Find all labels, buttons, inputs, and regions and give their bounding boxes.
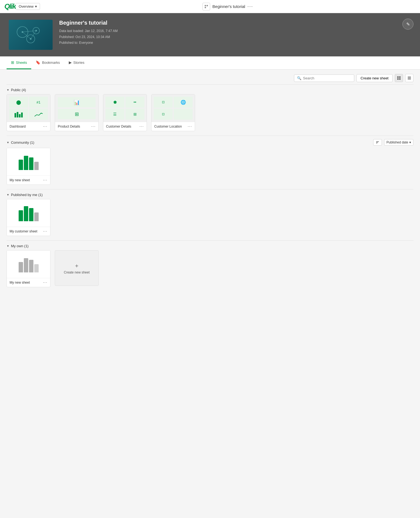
- location-title: Customer Location: [154, 125, 182, 128]
- my-new-sheet-footer: My new sheet ···: [7, 175, 50, 185]
- community-section-label: Community (1): [11, 140, 34, 145]
- community-section-header[interactable]: ▼ Community (1) Published date ▾: [7, 136, 413, 148]
- my-new-sheet-title: My new sheet: [10, 178, 30, 182]
- svg-line-6: [22, 31, 36, 32]
- search-input[interactable]: [303, 76, 351, 80]
- hero-info: Beginner's tutorial Data last loaded: Ja…: [59, 20, 118, 46]
- community-sheets-grid: My new sheet ···: [7, 148, 413, 189]
- svg-rect-15: [399, 78, 401, 80]
- my-own-section-label: My own (1): [11, 244, 28, 248]
- svg-rect-12: [397, 76, 399, 78]
- svg-rect-19: [15, 113, 16, 117]
- top-nav: Qlik Overview ▾ Beginner's tutorial ···: [0, 0, 420, 13]
- customer-thumbnail: ⬟ •• ☰ ⊞: [103, 94, 147, 122]
- my-own-thumbnail: [7, 251, 50, 278]
- search-box[interactable]: 🔍: [294, 74, 354, 82]
- svg-rect-18: [408, 79, 411, 79]
- my-own-sheets-grid: My new sheet ··· ＋ Create new sheet: [7, 250, 413, 292]
- customer-more-button[interactable]: ···: [139, 124, 144, 129]
- overview-label: Overview: [19, 4, 33, 8]
- customer-card-footer: Customer Details ···: [103, 122, 147, 131]
- svg-point-10: [35, 30, 37, 31]
- sheet-card-my-customer[interactable]: My customer sheet ···: [7, 199, 50, 236]
- app-more-button[interactable]: ···: [247, 4, 253, 9]
- svg-rect-20: [17, 112, 18, 117]
- tab-sheets[interactable]: ⊞ Sheets: [7, 56, 31, 69]
- sheet-card-product[interactable]: 📊 ⊞ Product Details ···: [55, 94, 99, 131]
- edit-button[interactable]: ✎: [402, 19, 413, 30]
- sheet-card-my-new[interactable]: My new sheet ···: [7, 148, 50, 185]
- public-section-label: Public (4): [11, 88, 26, 92]
- chevron-down-icon: ▾: [35, 4, 37, 8]
- list-view-button[interactable]: [405, 74, 413, 82]
- svg-rect-1: [207, 5, 208, 6]
- sheet-card-my-own-new[interactable]: My new sheet ···: [7, 250, 50, 287]
- my-own-new-sheet-footer: My new sheet ···: [7, 278, 50, 287]
- sheets-icon: ⊞: [11, 60, 14, 65]
- public-sheets-grid: ⬤ #1 Dashboard ···: [7, 94, 413, 136]
- tab-stories[interactable]: ▶ Stories: [64, 56, 89, 69]
- thumb-cell-3: [9, 109, 28, 120]
- public-chevron-icon: ▼: [7, 88, 9, 91]
- content-area: 🔍 Create new sheet ▼ Public (4) ⬤ #1: [0, 70, 420, 303]
- my-new-sheet-thumbnail: [7, 148, 50, 175]
- dashboard-card-footer: Dashboard ···: [7, 122, 50, 131]
- tab-bookmarks[interactable]: 🔖 Bookmarks: [31, 56, 64, 69]
- product-thumbnail: 📊 ⊞: [55, 94, 98, 122]
- thumb-cell-2: #1: [29, 97, 48, 108]
- product-title: Product Details: [58, 125, 80, 128]
- product-card-footer: Product Details ···: [55, 122, 98, 131]
- sort-button[interactable]: [373, 139, 382, 146]
- location-more-button[interactable]: ···: [188, 124, 192, 129]
- sort-chevron-icon: ▾: [409, 140, 411, 144]
- my-new-sheet-more-button[interactable]: ···: [43, 178, 47, 182]
- app-icon: [202, 3, 210, 10]
- sheet-card-customer[interactable]: ⬟ •• ☰ ⊞ Customer Details ···: [103, 94, 147, 131]
- create-new-sheet-button[interactable]: Create new sheet: [356, 74, 393, 82]
- sort-label: Published date: [387, 140, 408, 144]
- my-own-new-sheet-more-button[interactable]: ···: [43, 280, 47, 285]
- stories-icon: ▶: [69, 60, 72, 65]
- sheet-card-dashboard[interactable]: ⬤ #1 Dashboard ···: [7, 94, 50, 131]
- bookmarks-icon: 🔖: [36, 60, 40, 65]
- my-customer-sheet-footer: My customer sheet ···: [7, 227, 50, 236]
- svg-point-9: [22, 31, 23, 33]
- svg-point-11: [30, 38, 32, 40]
- my-customer-sheet-more-button[interactable]: ···: [43, 229, 47, 234]
- svg-rect-22: [21, 113, 23, 117]
- nav-center: Beginner's tutorial ···: [40, 3, 416, 10]
- published-chevron-icon: ▼: [7, 193, 9, 196]
- hero-thumbnail: [9, 20, 53, 50]
- hero-title: Beginner's tutorial: [59, 20, 118, 26]
- published-date: Published: Oct 23, 2024, 10:34 AM: [59, 34, 118, 40]
- svg-rect-0: [205, 5, 206, 6]
- sheet-card-location[interactable]: ⊡ 🌐 ⊡ Customer Location ···: [151, 94, 195, 131]
- dashboard-title: Dashboard: [10, 125, 26, 128]
- create-new-sheet-label: Create new sheet: [64, 270, 90, 274]
- my-customer-thumbnail: [7, 199, 50, 227]
- location-thumbnail: ⊡ 🌐 ⊡: [152, 94, 195, 122]
- my-own-section-header[interactable]: ▼ My own (1): [7, 240, 413, 250]
- dashboard-thumbnail: ⬤ #1: [7, 94, 50, 122]
- public-section-header[interactable]: ▼ Public (4): [7, 84, 413, 94]
- svg-rect-14: [397, 78, 399, 80]
- hero-section: Beginner's tutorial Data last loaded: Ja…: [0, 13, 420, 56]
- grid-view-button[interactable]: [395, 74, 403, 82]
- app-title: Beginner's tutorial: [212, 4, 245, 9]
- dashboard-more-button[interactable]: ···: [43, 124, 47, 129]
- location-card-footer: Customer Location ···: [152, 122, 195, 131]
- published-date-dropdown[interactable]: Published date ▾: [384, 139, 413, 146]
- create-new-sheet-card[interactable]: ＋ Create new sheet: [55, 250, 99, 286]
- toolbar-row: 🔍 Create new sheet: [7, 70, 413, 84]
- published-by-me-section-header[interactable]: ▼ Published by me (1): [7, 189, 413, 199]
- plus-icon: ＋: [74, 262, 79, 269]
- svg-rect-17: [408, 78, 411, 78]
- community-actions: Published date ▾: [373, 139, 413, 146]
- overview-dropdown[interactable]: Overview ▾: [16, 3, 40, 10]
- tabs-bar: ⊞ Sheets 🔖 Bookmarks ▶ Stories: [0, 56, 420, 70]
- community-chevron-icon: ▼: [7, 141, 9, 144]
- product-more-button[interactable]: ···: [91, 124, 96, 129]
- my-customer-sheet-title: My customer sheet: [10, 229, 37, 233]
- my-own-chevron-icon: ▼: [7, 244, 9, 248]
- data-last-loaded: Data last loaded: Jan 12, 2016, 7:47 AM: [59, 28, 118, 34]
